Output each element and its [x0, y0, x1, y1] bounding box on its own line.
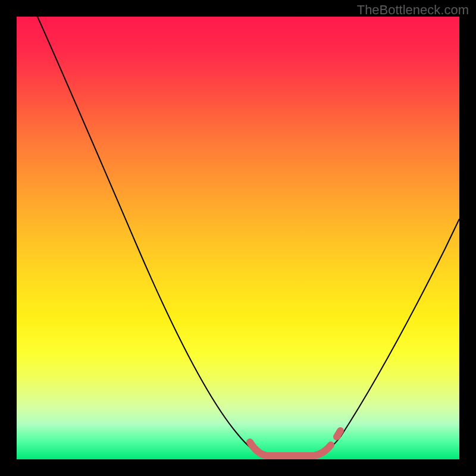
bottleneck-curve-line: [37, 17, 459, 456]
chart-svg: [17, 17, 459, 459]
watermark-text: TheBottleneck.com: [357, 2, 469, 18]
chart-plot-area: [17, 17, 459, 459]
highlight-marker-band: [250, 431, 340, 456]
